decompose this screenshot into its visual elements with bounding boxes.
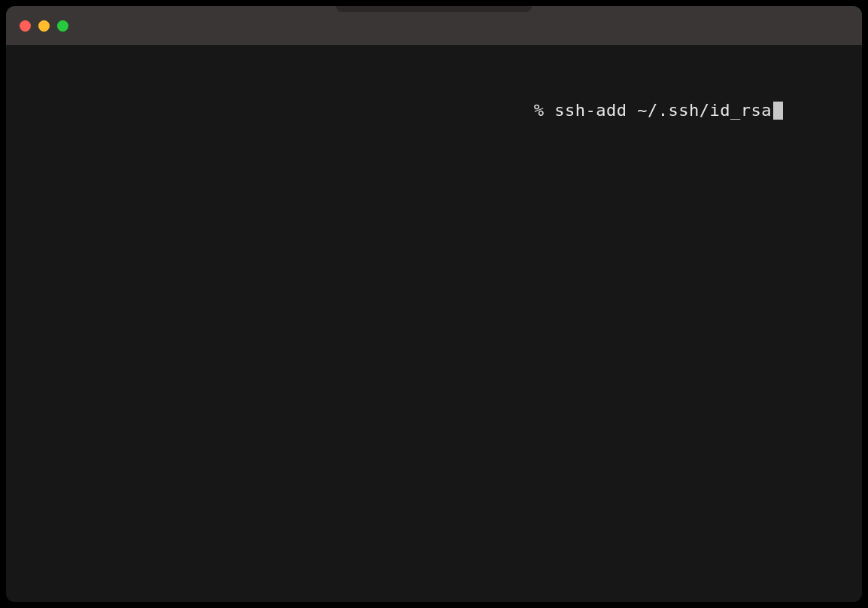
maximize-button[interactable] — [57, 20, 68, 32]
title-bar — [6, 6, 862, 45]
cursor-icon — [773, 102, 783, 120]
title-notch — [336, 6, 532, 12]
command-line: % ssh-add ~/.ssh/id_rsa — [534, 98, 783, 123]
command-text: ssh-add ~/.ssh/id_rsa — [554, 98, 772, 123]
minimize-button[interactable] — [38, 20, 50, 32]
terminal-body[interactable]: % ssh-add ~/.ssh/id_rsa — [6, 45, 862, 602]
terminal-window: % ssh-add ~/.ssh/id_rsa — [6, 6, 862, 602]
close-button[interactable] — [20, 20, 31, 32]
prompt-symbol: % — [534, 98, 555, 123]
